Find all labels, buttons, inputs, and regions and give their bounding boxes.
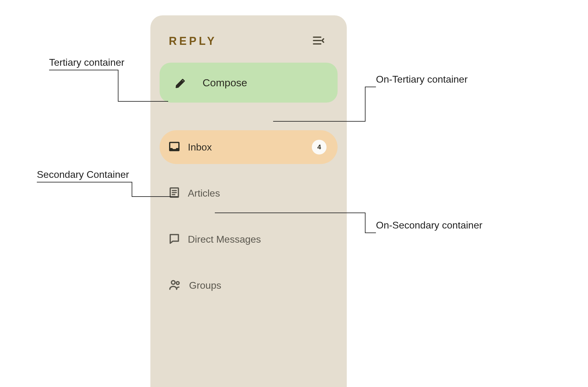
article-icon	[168, 186, 180, 200]
nav-label: Inbox	[188, 142, 304, 153]
app-brand: REPLY	[169, 35, 217, 48]
navigation-drawer: REPLY Compose Inbox	[150, 15, 347, 387]
nav-item-groups[interactable]: Groups	[160, 268, 338, 302]
drawer-header: REPLY	[150, 15, 347, 61]
compose-label: Compose	[203, 77, 247, 89]
svg-point-3	[176, 282, 179, 284]
chat-icon	[168, 233, 180, 246]
compose-button[interactable]: Compose	[160, 63, 338, 103]
nav-label: Direct Messages	[188, 234, 327, 245]
nav-label: Groups	[189, 280, 327, 291]
nav-list: Inbox 4 Articles Direct Messages	[150, 130, 347, 302]
inbox-icon	[168, 140, 180, 154]
annotation-on-secondary: On-Secondary container	[376, 220, 482, 231]
groups-icon	[168, 278, 182, 293]
nav-label: Articles	[188, 188, 327, 199]
menu-open-icon[interactable]	[312, 34, 325, 49]
svg-point-2	[172, 281, 175, 284]
nav-item-articles[interactable]: Articles	[160, 176, 338, 210]
nav-item-inbox[interactable]: Inbox 4	[160, 130, 338, 164]
inbox-badge: 4	[312, 140, 327, 154]
nav-item-direct-messages[interactable]: Direct Messages	[160, 222, 338, 256]
edit-icon	[160, 76, 203, 89]
annotation-on-tertiary: On-Tertiary container	[376, 74, 468, 85]
annotation-tertiary: Tertiary container	[49, 57, 124, 68]
annotation-secondary: Secondary Container	[37, 169, 129, 180]
